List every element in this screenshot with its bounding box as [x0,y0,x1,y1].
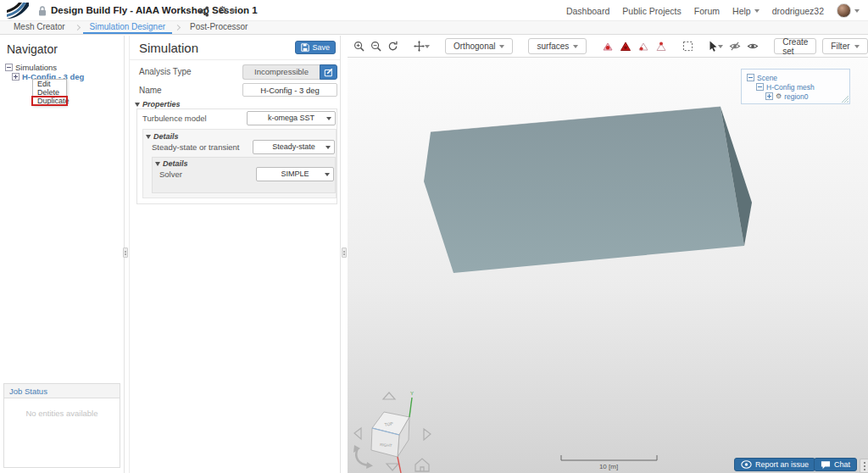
select-caret-icon [326,146,331,149]
collapsed-widget-tab[interactable] [860,459,868,473]
collapse-triangle-icon [146,135,151,139]
dropdown-caret-icon [499,45,504,48]
save-label: Save [312,43,330,52]
orientation-cube-widget[interactable]: TOP RIGHT Y X [349,387,441,473]
scene-tree-region-label: region0 [784,92,808,101]
context-menu-edit[interactable]: Edit [33,80,66,88]
chat-button[interactable]: Chat [814,458,857,471]
details2-section-header[interactable]: Details [155,159,188,168]
nav-public-projects[interactable]: Public Projects [622,6,681,16]
help-caret-icon [754,9,760,13]
steady-state-value: Steady-state [272,142,315,151]
filter-label: Filter [831,42,849,51]
collapse-triangle-icon [155,162,160,166]
scene-tree-root-label: Scene [757,74,777,82]
filter-dropdown[interactable]: Filter [822,38,867,54]
box-select-icon[interactable] [682,40,693,53]
details1-section-header[interactable]: Details [146,132,179,141]
context-menu-duplicate[interactable]: Duplicate [33,97,66,105]
hide-selected-icon[interactable] [729,40,741,53]
nav-help[interactable]: Help [732,6,760,16]
project-settings-gear-icon[interactable]: ⚙ [218,4,236,16]
nav-username[interactable]: drodriguez32 [772,6,824,16]
chat-label: Chat [834,460,850,469]
render-canvas[interactable]: Scene H-Config mesh ⚙ region0 [348,58,868,473]
scene-tree-root[interactable]: Scene [747,73,849,82]
resize-handle-icon[interactable] [842,96,849,103]
simulation-panel-title: Simulation [139,41,198,55]
rotate-up-arrow-icon[interactable] [383,392,395,399]
rotate-down-arrow-icon[interactable] [387,464,398,470]
x-axis-line [398,457,401,473]
properties-section-header[interactable]: Properties [135,100,181,109]
app-logo-icon[interactable] [7,3,29,22]
select-volumes-icon[interactable] [602,40,614,53]
job-status-panel: Job Status No entities available [3,383,120,468]
tab-separator-icon [175,25,181,31]
y-axis-label: Y [410,391,414,396]
scene-tree-region[interactable]: ⚙ region0 [765,92,849,101]
report-issue-button[interactable]: Report an issue [734,458,815,471]
expand-icon[interactable] [765,92,773,100]
roll-arrowhead [366,462,373,469]
tab-simulation-designer[interactable]: Simulation Designer [83,21,173,34]
tree-node-simulations[interactable]: Simulations [5,63,84,72]
home-view-icon[interactable] [415,459,429,471]
turbulence-model-select[interactable]: k-omega SST [247,111,336,125]
chat-bubble-icon [821,460,831,470]
gear-caret-icon [231,9,236,13]
render-mode-value: surfaces [537,42,569,51]
tab-separator-icon [75,25,81,31]
cursor-caret-icon [718,45,723,48]
dropdown-caret-icon [854,45,860,48]
lock-icon [37,5,47,20]
context-menu-delete[interactable]: Delete [33,88,66,97]
context-menu-duplicate-label: Duplicate [37,97,70,105]
tab-post-processor[interactable]: Post-Processor [183,21,254,34]
context-menu: Edit Delete Duplicate [32,79,67,106]
nav-dashboard[interactable]: Dashboard [566,6,609,16]
details1-header-label: Details [153,132,179,141]
rotate-left-arrow-icon[interactable] [354,428,361,439]
select-faces-icon[interactable] [620,40,632,53]
reset-view-icon[interactable] [387,40,398,53]
projection-dropdown[interactable]: Orthogonal [445,38,513,54]
select-edges-icon[interactable] [637,40,649,53]
select-cursor-icon[interactable] [709,40,723,53]
solver-select[interactable]: SIMPLE [256,167,334,181]
dropdown-caret-icon [573,45,578,48]
expand-icon[interactable] [12,73,19,81]
collapse-icon[interactable] [5,64,13,71]
create-set-button[interactable]: Create set [774,38,816,54]
pan-caret-icon [425,45,430,48]
rotate-right-arrow-icon[interactable] [424,429,431,440]
share-icon[interactable] [198,5,209,20]
panel-resize-handle-left[interactable] [123,248,128,258]
select-vertices-icon[interactable] [655,40,667,53]
nav-forum[interactable]: Forum [694,6,720,16]
collapse-triangle-icon [135,103,140,107]
viewport-toolbar: Orthogonal surfaces Crea [348,36,868,58]
viewport-3d: Orthogonal surfaces Crea [348,36,868,473]
user-menu[interactable] [837,3,860,18]
edit-analysis-type-button[interactable] [320,64,337,80]
zoom-in-icon[interactable] [353,40,364,53]
tab-mesh-creator[interactable]: Mesh Creator [7,21,72,34]
roll-rotate-arrow-icon[interactable] [356,448,369,465]
show-all-eye-icon[interactable] [747,40,759,53]
steady-state-select[interactable]: Steady-state [253,140,335,154]
properties-header-label: Properties [142,100,181,109]
solver-label: Solver [159,170,182,179]
panel-resize-handle-right[interactable] [342,248,347,258]
report-issue-label: Report an issue [755,460,809,469]
scale-bar: 10 [m] [559,450,661,472]
pan-move-icon[interactable] [414,40,430,53]
scene-tree-mesh[interactable]: H-Config mesh [756,82,849,92]
workflow-tab-bar: Mesh Creator Simulation Designer Post-Pr… [0,21,868,35]
save-button[interactable]: Save [295,41,336,54]
zoom-out-icon[interactable] [370,40,381,53]
render-mode-dropdown[interactable]: surfaces [528,38,587,54]
name-input[interactable] [242,83,337,97]
collapse-icon[interactable] [747,74,754,81]
collapse-icon[interactable] [756,83,764,91]
